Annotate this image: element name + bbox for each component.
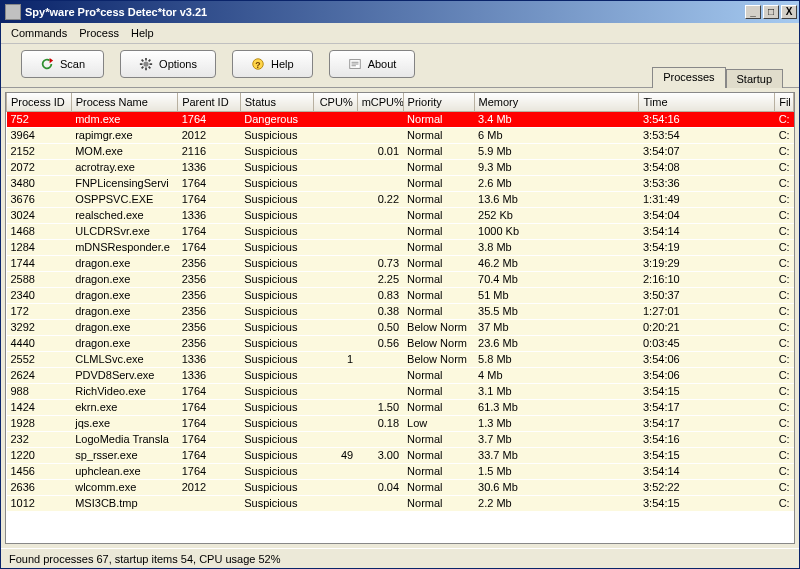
cell-memory: 5.8 Mb — [474, 351, 639, 367]
cell-file: C: — [775, 463, 794, 479]
cell-status: Suspicious — [240, 319, 313, 335]
toolbar-area: Scan Options ? Help About Processes Star… — [1, 44, 799, 88]
cell-time: 3:19:29 — [639, 255, 775, 271]
cell-cpu — [313, 367, 357, 383]
scan-button[interactable]: Scan — [21, 50, 104, 78]
table-row[interactable]: 1012MSI3CB.tmpSuspiciousNormal2.2 Mb3:54… — [7, 495, 794, 511]
col-file[interactable]: Fil — [775, 93, 794, 111]
cell-file: C: — [775, 127, 794, 143]
cell-time: 3:54:14 — [639, 463, 775, 479]
cell-memory: 61.3 Mb — [474, 399, 639, 415]
cell-parent: 2356 — [178, 303, 241, 319]
cell-name: uphclean.exe — [71, 463, 177, 479]
cell-cpu — [313, 223, 357, 239]
col-time[interactable]: Time — [639, 93, 775, 111]
about-button[interactable]: About — [329, 50, 416, 78]
cell-mcpu: 0.50 — [357, 319, 403, 335]
table-row[interactable]: 1284mDNSResponder.e1764SuspiciousNormal3… — [7, 239, 794, 255]
cell-parent: 1764 — [178, 399, 241, 415]
cell-priority: Normal — [403, 447, 474, 463]
table-row[interactable]: 2624PDVD8Serv.exe1336SuspiciousNormal4 M… — [7, 367, 794, 383]
cell-name: dragon.exe — [71, 287, 177, 303]
col-cpu[interactable]: CPU% — [313, 93, 357, 111]
cell-status: Dangerous — [240, 111, 313, 127]
col-priority[interactable]: Priority — [403, 93, 474, 111]
table-row[interactable]: 2340dragon.exe2356Suspicious0.83Normal51… — [7, 287, 794, 303]
cell-mcpu: 3.00 — [357, 447, 403, 463]
cell-memory: 4 Mb — [474, 367, 639, 383]
tab-startup[interactable]: Startup — [726, 69, 783, 88]
process-table-scroll[interactable]: Process ID Process Name Parent ID Status… — [6, 93, 794, 543]
table-row[interactable]: 2636wlcomm.exe2012Suspicious0.04Normal30… — [7, 479, 794, 495]
cell-memory: 13.6 Mb — [474, 191, 639, 207]
table-row[interactable]: 1744dragon.exe2356Suspicious0.73Normal46… — [7, 255, 794, 271]
cell-time: 3:54:06 — [639, 351, 775, 367]
cell-time: 3:54:08 — [639, 159, 775, 175]
options-button[interactable]: Options — [120, 50, 216, 78]
table-row[interactable]: 2552CLMLSvc.exe1336Suspicious1Below Norm… — [7, 351, 794, 367]
tab-processes[interactable]: Processes — [652, 67, 725, 88]
table-row[interactable]: 1456uphclean.exe1764SuspiciousNormal1.5 … — [7, 463, 794, 479]
table-row[interactable]: 2072acrotray.exe1336SuspiciousNormal9.3 … — [7, 159, 794, 175]
menu-commands[interactable]: Commands — [7, 25, 75, 41]
table-row[interactable]: 988RichVideo.exe1764SuspiciousNormal3.1 … — [7, 383, 794, 399]
table-row[interactable]: 232LogoMedia Transla1764SuspiciousNormal… — [7, 431, 794, 447]
cell-mcpu — [357, 495, 403, 511]
cell-parent: 2356 — [178, 319, 241, 335]
col-process-name[interactable]: Process Name — [71, 93, 177, 111]
window-title: Spy*ware Pro*cess Detec*tor v3.21 — [25, 6, 207, 18]
cell-pid: 3292 — [7, 319, 72, 335]
cell-pid: 2636 — [7, 479, 72, 495]
maximize-button[interactable]: □ — [763, 5, 779, 19]
cell-memory: 70.4 Mb — [474, 271, 639, 287]
cell-name: dragon.exe — [71, 335, 177, 351]
table-row[interactable]: 172dragon.exe2356Suspicious0.38Normal35.… — [7, 303, 794, 319]
table-row[interactable]: 752mdm.exe1764DangerousNormal3.4 Mb3:54:… — [7, 111, 794, 127]
cell-parent: 1764 — [178, 239, 241, 255]
table-row[interactable]: 1424ekrn.exe1764Suspicious1.50Normal61.3… — [7, 399, 794, 415]
cell-file: C: — [775, 351, 794, 367]
help-button[interactable]: ? Help — [232, 50, 313, 78]
close-button[interactable]: X — [781, 5, 797, 19]
cell-time: 3:54:15 — [639, 383, 775, 399]
cell-memory: 51 Mb — [474, 287, 639, 303]
cell-name: MSI3CB.tmp — [71, 495, 177, 511]
cell-memory: 3.8 Mb — [474, 239, 639, 255]
table-row[interactable]: 2152MOM.exe2116Suspicious0.01Normal5.9 M… — [7, 143, 794, 159]
cell-name: ekrn.exe — [71, 399, 177, 415]
cell-cpu — [313, 399, 357, 415]
table-row[interactable]: 1468ULCDRSvr.exe1764SuspiciousNormal1000… — [7, 223, 794, 239]
cell-name: FNPLicensingServi — [71, 175, 177, 191]
menu-help[interactable]: Help — [127, 25, 162, 41]
cell-time: 0:20:21 — [639, 319, 775, 335]
table-row[interactable]: 3024realsched.exe1336SuspiciousNormal252… — [7, 207, 794, 223]
cell-parent: 2116 — [178, 143, 241, 159]
cell-status: Suspicious — [240, 239, 313, 255]
minimize-button[interactable]: _ — [745, 5, 761, 19]
table-row[interactable]: 3964rapimgr.exe2012SuspiciousNormal6 Mb3… — [7, 127, 794, 143]
cell-mcpu — [357, 463, 403, 479]
table-row[interactable]: 1928jqs.exe1764Suspicious0.18Low1.3 Mb3:… — [7, 415, 794, 431]
cell-mcpu — [357, 431, 403, 447]
cell-parent: 2356 — [178, 255, 241, 271]
menu-process[interactable]: Process — [75, 25, 127, 41]
table-row[interactable]: 3480FNPLicensingServi1764SuspiciousNorma… — [7, 175, 794, 191]
cell-file: C: — [775, 255, 794, 271]
col-memory[interactable]: Memory — [474, 93, 639, 111]
col-process-id[interactable]: Process ID — [7, 93, 72, 111]
cell-cpu — [313, 207, 357, 223]
cell-cpu — [313, 463, 357, 479]
table-row[interactable]: 2588dragon.exe2356Suspicious2.25Normal70… — [7, 271, 794, 287]
cell-cpu — [313, 255, 357, 271]
table-row[interactable]: 4440dragon.exe2356Suspicious0.56Below No… — [7, 335, 794, 351]
table-row[interactable]: 3676OSPPSVC.EXE1764Suspicious0.22Normal1… — [7, 191, 794, 207]
table-row[interactable]: 3292dragon.exe2356Suspicious0.50Below No… — [7, 319, 794, 335]
table-row[interactable]: 1220sp_rsser.exe1764Suspicious493.00Norm… — [7, 447, 794, 463]
col-status[interactable]: Status — [240, 93, 313, 111]
cell-time: 3:53:36 — [639, 175, 775, 191]
cell-cpu — [313, 479, 357, 495]
col-parent-id[interactable]: Parent ID — [178, 93, 241, 111]
col-mcpu[interactable]: mCPU% — [357, 93, 403, 111]
cell-cpu — [313, 335, 357, 351]
cell-file: C: — [775, 175, 794, 191]
